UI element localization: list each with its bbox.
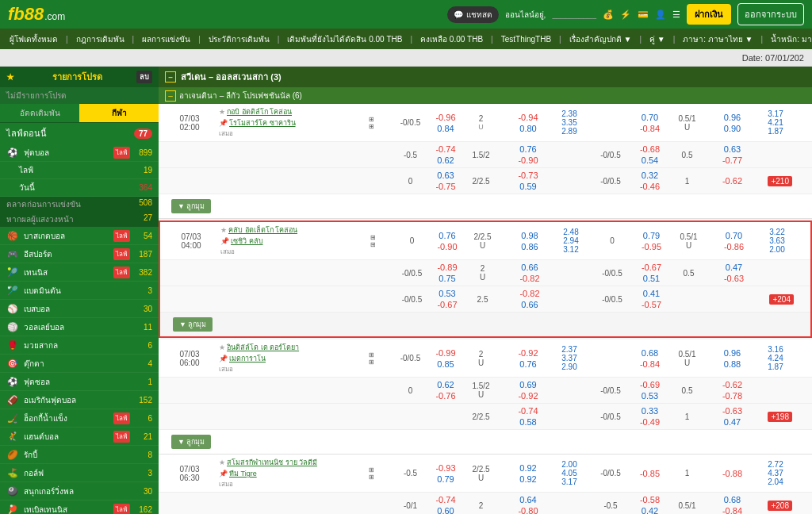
- match1-1x2[interactable]: 2.38 3.35 2.89: [553, 109, 585, 136]
- wallet-icon: 💰: [603, 10, 614, 20]
- sidebar-item-boxing[interactable]: 🥊 มวยสากล 6: [0, 336, 159, 355]
- logout-button[interactable]: ออกจากระบบ: [737, 3, 804, 25]
- hl-plus-badge[interactable]: +204: [769, 294, 794, 305]
- match3-plus-badge[interactable]: +198: [768, 412, 792, 422]
- live-section: ไลฟ์ดอนนี้ 77: [0, 123, 159, 144]
- nav-item-balance[interactable]: คงเหลือ 0.00 THB: [417, 33, 486, 45]
- sidebar-item-snooker[interactable]: 🎱 สนุกเกอร์วิ่งพล 30: [0, 482, 159, 501]
- lightning-icon: ⚡: [620, 10, 631, 20]
- sidebar-item-esport[interactable]: 🎮 อีสปอร์ต ไลฟ์ 187: [0, 245, 159, 263]
- user-icon: 👤: [655, 10, 666, 20]
- nav-item-test[interactable]: TestThingTHB: [498, 35, 554, 44]
- sidebar-item-ice-hockey[interactable]: 🏒 ฮ็อกกี้น้ำแข็ง ไลฟ์ 6: [0, 409, 159, 428]
- league2-toggle[interactable]: –: [165, 90, 176, 102]
- match1-ou2-odds[interactable]: 0.70 -0.84: [636, 112, 664, 134]
- expand-button-1[interactable]: ▼ ลูกมุม: [171, 199, 211, 213]
- sidebar-item-golf[interactable]: ⛳ กอล์ฟ 3: [0, 464, 159, 482]
- hl-icons: ⊞ ⊞: [357, 234, 389, 248]
- deposit-button[interactable]: ฝากเงิน: [687, 4, 731, 25]
- hl-sema: เสมอ: [220, 247, 355, 257]
- expand-button-3[interactable]: ▼ ลูกมุม: [171, 435, 211, 449]
- match1-plus-badge[interactable]: +210: [768, 176, 792, 186]
- sidebar-item-doll[interactable]: 🎯 ตุ๊กตา 4: [0, 355, 159, 373]
- hl-team2[interactable]: เซชิวิ คลับ: [231, 236, 263, 247]
- nav-item-pair[interactable]: คู่ ▼: [646, 33, 668, 45]
- am-football-icon: 🏈: [6, 393, 19, 406]
- chat-button[interactable]: 💬 แชทสด: [447, 6, 499, 23]
- football-count: 899: [133, 148, 152, 157]
- favorites-tag[interactable]: ลบ: [136, 71, 152, 83]
- hl-1x2[interactable]: 2.48 2.94 3.12: [555, 228, 587, 254]
- nav-item-language[interactable]: ภาษา: ภาษาไทย ▼: [680, 33, 756, 45]
- match4-team2[interactable]: ทีม Tigre: [229, 468, 257, 479]
- nav-bar: ผู้โฟเตทั้งหมด | กฎการเดิมพัน | ผลการแข่…: [0, 29, 812, 49]
- sidebar-item-handball[interactable]: 🤾 แฮนด์บอล ไลฟ์ 21: [0, 428, 159, 446]
- live-count-badge: 77: [134, 128, 152, 139]
- team2-name[interactable]: โรโมสาร์โค ซาคาริน: [229, 117, 296, 128]
- tab-bet[interactable]: อัตดเดิมพัน: [0, 104, 79, 122]
- football-label: ฟุตบอล: [24, 147, 113, 159]
- match-block-1: 07/03 02:00 ★ กอบิ อัตติล์โก โคล่อน 📌 โร…: [159, 104, 812, 219]
- expand-button-hl[interactable]: ▼ ลูกมุม: [173, 317, 213, 332]
- sidebar-item-american-football[interactable]: 🏈 อเมริกันฟุตบอล 152: [0, 391, 159, 409]
- hl-h2: 0: [588, 236, 636, 245]
- nav-item-history[interactable]: ประวัติการเดิมพัน: [205, 33, 273, 45]
- match1-ou[interactable]: -0.94 0.80: [504, 112, 552, 134]
- today-count: 364: [133, 183, 152, 192]
- hl-ou2-odds[interactable]: 0.79 -0.95: [638, 230, 665, 252]
- tab-golf[interactable]: กีฬา: [79, 104, 159, 122]
- match3-team1[interactable]: อินดิลัล์โด เด ตอร์โตยา: [227, 342, 299, 353]
- match1-odds1[interactable]: -0.96 0.84: [434, 112, 458, 134]
- sidebar-item-badminton[interactable]: 🏸 แบดมินตัน 3: [0, 282, 159, 300]
- sidebar: ★ รายการโปรด ลบ ไม่มีรายการโปรด อัตดเดิม…: [0, 67, 159, 514]
- match4-time: 07/03 06:30: [162, 465, 217, 482]
- hl-ou[interactable]: 0.98 0.86: [506, 230, 553, 252]
- live-label: ไลฟ์ดอนนี้: [6, 126, 47, 140]
- league2-name: อาเจนตินา – ลีกัว โปรเฟชชันนัล (6): [179, 90, 302, 102]
- current-date: Date: 07/01/202: [742, 53, 804, 63]
- sidebar-item-baseball[interactable]: ⚾ เบสบอล 30: [0, 300, 159, 318]
- hl-last-odds[interactable]: 0.70 -0.86: [712, 230, 756, 252]
- nav-item-profile[interactable]: ผู้โฟเตทั้งหมด: [6, 33, 61, 45]
- match3-team2[interactable]: เมดการาโน: [229, 353, 266, 364]
- favorites-header: ★ รายการโปรด ลบ: [0, 67, 159, 87]
- pre-match-count: 508: [139, 198, 152, 210]
- pre-match-section: ตลาดก่อนการแข่งขัน 508: [0, 197, 159, 212]
- logo: fb88 .com: [8, 4, 65, 25]
- league1-toggle[interactable]: –: [165, 71, 176, 82]
- sidebar-item-volleyball[interactable]: 🏐 วอลเลย์บอล 11: [0, 318, 159, 336]
- sidebar-item-tennis[interactable]: 🎾 เทนนิส ไลฟ์ 382: [0, 263, 159, 282]
- no-favorites: ไม่มีรายการโปรด: [0, 87, 159, 104]
- match1-expand: ▼ ลูกมุม: [159, 194, 812, 218]
- match4-team1[interactable]: สโมสรกีฬาเทนนิช ราย วัลดีมี: [227, 457, 317, 468]
- badminton-icon: 🏸: [6, 284, 19, 297]
- highlighted-teams: ★ คลับ อัตเล็ตโก โคล่อน 📌 เซชิวิ คลับ เส…: [220, 224, 355, 257]
- hl-odds1[interactable]: 0.76 -0.90: [435, 230, 459, 252]
- hl-team1[interactable]: คลับ อัตเล็ตโก โคล่อน: [228, 224, 297, 236]
- team1-name[interactable]: กอบิ อัตติล์โก โคล่อน: [227, 106, 292, 117]
- sidebar-item-table-tennis[interactable]: 🏓 เทเบิลเทนนิส ไลฟ์ 162: [0, 501, 159, 514]
- header: fb88 .com 💬 แชทสด ออนไลน์อยู่, _________…: [0, 0, 812, 29]
- nav-item-results[interactable]: ผลการแข่งขัน: [139, 33, 193, 45]
- league1-header: – สวีเดน – ออลสเวนสกา (3): [159, 67, 812, 87]
- baseball-icon: ⚾: [6, 302, 19, 315]
- match4-plus-badge[interactable]: +208: [768, 501, 792, 511]
- sidebar-item-basketball[interactable]: 🏀 บาสเกตบอล ไลฟ์ 54: [0, 227, 159, 245]
- accumulator-section: หากผลผู้แสงวงหน้า 27: [0, 212, 159, 227]
- sidebar-item-football[interactable]: ⚽ ฟุตบอล ไลฟ์ 899: [0, 144, 159, 162]
- rugby-icon: 🏉: [6, 448, 19, 461]
- chat-icon: 💬: [454, 10, 463, 19]
- nav-item-mode[interactable]: เรื่องสำคัญปกติ ▼: [566, 33, 635, 45]
- nav-item-rules[interactable]: กฎการเดิมพัน: [73, 33, 128, 45]
- nav-item-currency[interactable]: น้ำหนัก: มาเลเซีย ▼: [768, 33, 812, 45]
- sidebar-item-futsal[interactable]: ⚽ ฟุตซอล 1: [0, 373, 159, 391]
- match1-more: 3.17 4.21 1.87: [756, 109, 795, 136]
- match1-h1: -0/0.5: [389, 118, 432, 127]
- sidebar-item-live[interactable]: ไลฟ์ 19: [0, 162, 159, 179]
- header-icons: 💬 แชทสด ออนไลน์อยู่, __________ 💰 ⚡ 💳 👤 …: [447, 3, 804, 25]
- sidebar-item-rugby[interactable]: 🏉 รักบี้ 8: [0, 446, 159, 464]
- sidebar-item-today[interactable]: วันนี้ 364: [0, 179, 159, 197]
- match1-last-odds[interactable]: 0.96 0.90: [710, 112, 754, 134]
- league1-name: สวีเดน – ออลสเวนสกา (3): [181, 70, 282, 84]
- nav-item-pending[interactable]: เดิมพันที่ยังไม่ได้ตัดสิน 0.00 THB: [284, 33, 405, 45]
